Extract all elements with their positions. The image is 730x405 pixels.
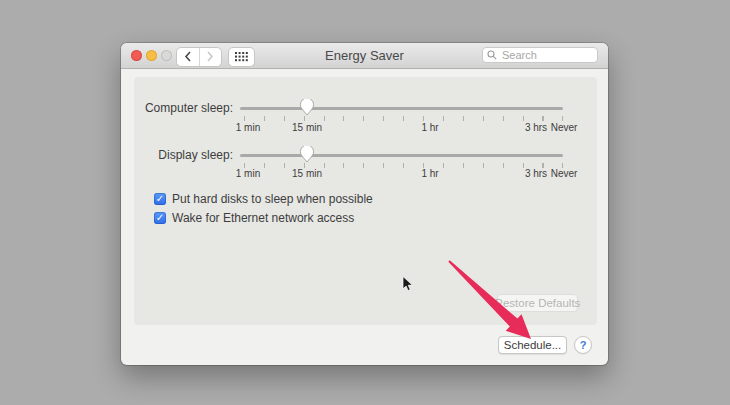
chevron-right-icon	[206, 51, 214, 62]
computer-sleep-label: Computer sleep:	[134, 101, 233, 115]
tick-label: 1 hr	[421, 168, 438, 179]
computer-sleep-slider-thumb[interactable]	[299, 99, 315, 116]
tick-label: 3 hrs	[525, 122, 547, 133]
wake-ethernet-checkbox[interactable]: ✓	[154, 212, 166, 224]
wake-ethernet-label: Wake for Ethernet network access	[172, 211, 354, 225]
back-button[interactable]	[177, 48, 200, 66]
hard-disk-sleep-checkbox[interactable]: ✓	[154, 193, 166, 205]
tick-label: 1 min	[236, 122, 260, 133]
tick-label: 3 hrs	[525, 168, 547, 179]
restore-defaults-button[interactable]: Restore Defaults	[497, 294, 578, 312]
energy-saver-window: Energy Saver Computer sleep: 1 min 15	[121, 43, 608, 365]
show-all-button[interactable]	[228, 47, 255, 67]
minimize-button[interactable]	[146, 50, 157, 61]
schedule-button[interactable]: Schedule...	[498, 336, 567, 354]
tick-label: 15 min	[292, 168, 322, 179]
tick-label: Never	[551, 168, 578, 179]
help-button[interactable]: ?	[574, 336, 592, 354]
nav-button-group	[176, 47, 222, 67]
close-button[interactable]	[131, 50, 142, 61]
forward-button[interactable]	[200, 48, 222, 66]
chevron-left-icon	[184, 51, 192, 62]
computer-sleep-tick-marks	[244, 116, 566, 121]
desktop-background: Energy Saver Computer sleep: 1 min 15	[0, 0, 730, 405]
search-icon	[487, 50, 497, 60]
search-field[interactable]	[482, 47, 598, 63]
display-sleep-label: Display sleep:	[134, 148, 233, 162]
zoom-button-disabled	[161, 50, 172, 61]
tick-label: 1 min	[236, 168, 260, 179]
display-sleep-slider-track[interactable]	[240, 154, 563, 157]
wake-ethernet-row: ✓ Wake for Ethernet network access	[154, 211, 354, 225]
grid-icon	[235, 52, 248, 62]
content-panel: Computer sleep: 1 min 15 min 1 hr 3 hrs …	[134, 77, 597, 325]
hard-disk-sleep-label: Put hard disks to sleep when possible	[172, 192, 373, 206]
title-bar: Energy Saver	[121, 43, 608, 69]
tick-label: 1 hr	[421, 122, 438, 133]
search-input[interactable]	[500, 48, 593, 62]
computer-sleep-slider-track[interactable]	[240, 107, 563, 110]
display-sleep-slider-thumb[interactable]	[299, 146, 315, 163]
tick-label: 15 min	[292, 122, 322, 133]
hard-disk-sleep-row: ✓ Put hard disks to sleep when possible	[154, 192, 373, 206]
tick-label: Never	[551, 122, 578, 133]
